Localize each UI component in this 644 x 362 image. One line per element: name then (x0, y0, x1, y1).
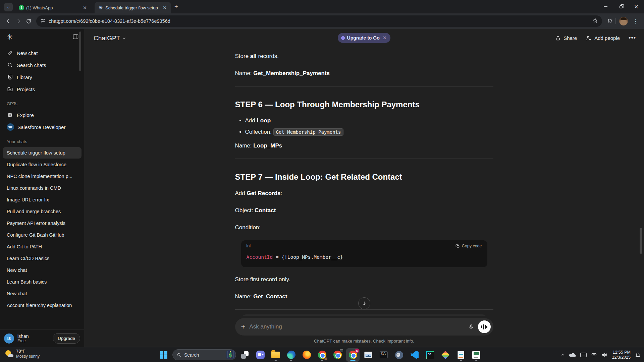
touch-keyboard-icon[interactable] (580, 353, 587, 357)
tab-close-icon[interactable]: ✕ (162, 5, 168, 10)
tray-chevron-up-icon[interactable] (560, 353, 565, 357)
taskbar-search-box[interactable]: Search (172, 349, 236, 360)
openai-logo-icon[interactable]: ✳ (5, 33, 14, 42)
voice-mode-button[interactable] (478, 320, 491, 333)
chat-history-item[interactable]: New chat (3, 288, 82, 299)
chat-history-item[interactable]: Linux commands in CMD (3, 182, 82, 194)
weather-widget[interactable]: 78°F Mostly sunny (5, 349, 40, 359)
scroll-to-bottom-button[interactable] (358, 297, 370, 309)
sidebar-item-salesforce-developer[interactable]: Salesforce Developer (3, 121, 82, 133)
vscode-button[interactable] (408, 348, 421, 362)
start-button[interactable] (157, 348, 170, 362)
attach-plus-icon[interactable]: + (241, 322, 246, 331)
taskbar-clock[interactable]: 12:55 PM 12/3/2025 (612, 350, 631, 360)
code-language-label: ini (247, 244, 251, 248)
upgrade-to-go-pill[interactable]: Upgrade to Go ✕ (338, 33, 391, 43)
volume-icon[interactable] (601, 352, 607, 357)
dismiss-upgrade-icon[interactable]: ✕ (383, 35, 387, 41)
diff-tool-button[interactable] (439, 348, 452, 362)
sidebar-toggle-icon[interactable] (72, 34, 79, 41)
taskpro-button[interactable] (470, 348, 483, 362)
forward-icon[interactable] (13, 16, 23, 26)
salesforce-developer-gpt-icon (7, 123, 14, 131)
chrome-profile1-button[interactable] (315, 348, 329, 362)
chrome-profile2-button[interactable] (331, 348, 344, 362)
chat-history-item[interactable]: Account hierarchy explanation (3, 300, 82, 311)
code-block: ini Copy code AccountId = {!Loop_MPs.Mem… (241, 240, 487, 267)
add-people-button[interactable]: Add people (586, 35, 620, 41)
sidebar-item-library[interactable]: Library (3, 71, 82, 83)
bullet-list: Add Loop Collection: Get_Membership_Paym… (235, 117, 493, 136)
sidebar-item-explore-gpts[interactable]: Explore (3, 109, 82, 121)
tab-whatsapp[interactable]: 1 (1) WhatsApp ✕ (15, 2, 91, 13)
sidebar-item-projects[interactable]: Projects (3, 83, 82, 95)
tab-search-button[interactable]: ⌄ (4, 3, 13, 11)
chat-history-item[interactable]: Add Git to PATH (3, 241, 82, 252)
search-label: Search (184, 352, 199, 358)
url-text[interactable]: chatgpt.com/c/692fc8be-e104-8321-af3e-b5… (49, 18, 592, 24)
user-avatar[interactable]: IS (4, 334, 14, 344)
chat-history-item[interactable]: Learn Bash basics (3, 276, 82, 288)
chat-history-item[interactable]: Schedule trigger flow setup (3, 147, 82, 159)
postgresql-button[interactable] (392, 348, 406, 362)
onedrive-cloud-icon[interactable] (569, 353, 576, 357)
dictate-mic-icon[interactable] (468, 324, 474, 330)
copy-code-label: Copy code (462, 244, 482, 248)
sidebar-scrollbar-thumb[interactable] (79, 32, 81, 71)
url-bar[interactable]: chatgpt.com/c/692fc8be-e104-8321-af3e-b5… (36, 15, 602, 27)
upgrade-button[interactable]: Upgrade (53, 333, 80, 344)
copy-code-button[interactable]: Copy code (455, 244, 482, 248)
add-people-label: Add people (594, 35, 620, 41)
window-restore-button[interactable] (613, 0, 629, 13)
chat-history-item[interactable]: New chat (3, 264, 82, 276)
bookmark-star-icon[interactable] (592, 18, 598, 25)
page-scrollbar-thumb[interactable] (640, 228, 642, 254)
browser-profile-avatar[interactable] (619, 17, 628, 25)
window-close-button[interactable]: ✕ (629, 0, 644, 13)
message-input[interactable] (249, 323, 468, 330)
edge-button[interactable] (284, 348, 298, 362)
task-view-button[interactable] (238, 348, 252, 362)
sidebar-item-new-chat[interactable]: New chat (3, 47, 82, 59)
pycharm-icon (426, 351, 434, 359)
sidebar-item-search-chats[interactable]: Search chats (3, 59, 82, 71)
composer[interactable]: + (235, 318, 493, 336)
more-options-icon[interactable]: ••• (629, 35, 636, 42)
gpts-section-label: GPTs (0, 95, 84, 109)
chat-history-item[interactable]: NPC clone implementation p... (3, 171, 82, 182)
share-button[interactable]: Share (555, 35, 577, 41)
chat-app-button[interactable] (254, 348, 267, 362)
search-icon (177, 353, 181, 357)
windows-taskbar: 78°F Mostly sunny Search (0, 347, 644, 362)
chat-title: Schedule trigger flow setup (7, 150, 65, 156)
firefox-button[interactable] (300, 348, 313, 362)
model-switcher[interactable]: ChatGPT (94, 35, 126, 42)
new-tab-button[interactable]: + (174, 3, 178, 10)
window-minimize-button[interactable] (598, 0, 613, 13)
chat-history-item[interactable]: Pull and merge branches (3, 206, 82, 217)
notifications-bell-icon[interactable] (635, 352, 641, 358)
terminal-button[interactable]: C:\_ (377, 348, 390, 362)
performance-monitor-button[interactable] (362, 348, 375, 362)
chat-history-item[interactable]: Image URL error fix (3, 194, 82, 205)
file-explorer-button[interactable] (269, 348, 282, 362)
chat-title: Image URL error fix (7, 197, 49, 202)
chat-history-item[interactable]: Learn CI/CD Basics (3, 253, 82, 264)
chat-history-item[interactable]: Payment API error analysis (3, 218, 82, 229)
sidebar: ✳ New chat Search chats (0, 29, 84, 347)
chat-history-item[interactable]: Duplicate flow in Salesforce (3, 159, 82, 170)
notepad-button[interactable] (454, 348, 468, 362)
site-info-icon[interactable] (40, 18, 45, 24)
wifi-icon[interactable] (591, 353, 597, 357)
paragraph: Store all records. (235, 52, 493, 61)
chrome-active-button[interactable]: S (346, 348, 360, 362)
back-icon[interactable] (3, 16, 13, 26)
chat-history-item[interactable]: Configure Git Bash GitHub (3, 229, 82, 241)
reload-icon[interactable] (23, 16, 34, 26)
sidebar-footer[interactable]: IS ishan Free Upgrade (0, 329, 84, 347)
browser-menu-icon[interactable]: ⋮ (631, 16, 641, 26)
tab-close-icon[interactable]: ✕ (82, 5, 88, 10)
pycharm-button[interactable] (423, 348, 437, 362)
extensions-icon[interactable] (605, 16, 615, 26)
tab-chatgpt[interactable]: ✳ Schedule trigger flow setup ✕ (95, 2, 171, 13)
